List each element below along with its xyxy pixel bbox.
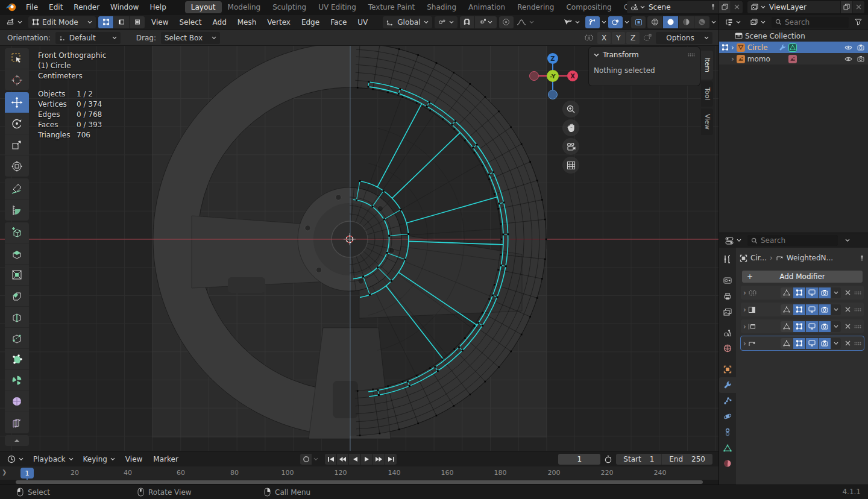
disable-render-icon[interactable] [857,44,864,51]
menu-add[interactable]: Add [209,18,231,27]
navigation-gizmo[interactable]: Z X -Y [529,52,579,102]
show-in-render-toggle[interactable] [819,321,831,332]
delete-modifier-button[interactable] [843,307,852,312]
blender-logo-icon[interactable] [5,2,18,13]
panel-grip-icon[interactable] [688,53,695,57]
outliner-filter-button[interactable] [851,16,866,28]
add-modifier-button[interactable]: + Add Modifier [742,271,863,283]
menu-render[interactable]: Render [68,3,105,11]
new-viewlayer-button[interactable] [840,1,852,13]
modifier-row-weighted-normal[interactable]: › [741,336,864,350]
menu-mesh[interactable]: Mesh [233,18,261,27]
rotate-tool[interactable] [5,113,29,134]
zoom-button[interactable] [562,101,579,118]
show-gizmo-dropdown[interactable] [559,16,583,28]
pin-icon[interactable] [859,255,865,262]
annotate-tool[interactable] [5,178,29,199]
menu-edit[interactable]: Edit [43,3,68,11]
modifier-row-mirror[interactable]: › [741,286,864,300]
show-in-viewport-toggle[interactable] [806,321,818,332]
expand-chevron-icon[interactable]: › [743,306,746,314]
drag-dropdown[interactable]: Select Box [161,32,220,44]
close-scene-button[interactable] [731,1,743,13]
delete-modifier-button[interactable] [843,290,852,295]
disable-render-icon[interactable] [857,55,864,62]
viewlayer-name[interactable]: ViewLayer [769,3,840,11]
properties-search-input[interactable]: Search [747,235,838,246]
knife-tool[interactable] [5,328,29,349]
show-in-viewport-toggle[interactable] [806,304,818,315]
outliner-row-momo[interactable]: › momo [719,53,868,64]
edge-select-mode-button[interactable] [114,16,129,28]
hide-eye-icon[interactable] [844,45,852,51]
next-keyframe-button[interactable] [373,454,385,465]
modifier-extras-dropdown[interactable] [831,304,841,315]
tab-tool[interactable]: Tool [701,81,713,107]
solid-shading-button[interactable] [663,16,678,28]
close-viewlayer-button[interactable] [852,1,864,13]
tab-viewlayer-properties[interactable] [719,304,736,319]
show-in-viewport-toggle[interactable] [806,338,818,349]
loop-cut-tool[interactable] [5,307,29,328]
tab-view[interactable]: View [701,108,713,135]
material-preview-button[interactable] [679,16,694,28]
tab-material-properties[interactable] [719,456,736,471]
modifier-row-solidify[interactable]: › [741,303,864,316]
transform-panel-title[interactable]: Transform [603,51,639,59]
cursor-tool[interactable] [5,69,29,90]
show-on-cage-toggle[interactable] [781,321,793,332]
timeline-view-menu[interactable]: View [121,455,146,463]
smooth-tool[interactable] [5,391,29,412]
show-in-viewport-toggle[interactable] [806,287,818,298]
proportional-falloff-dropdown[interactable] [514,16,529,28]
ruler-expand-icon[interactable]: ❯ [2,469,7,475]
properties-editor-type-button[interactable] [722,234,745,246]
timeline-scrollbar[interactable] [0,480,719,485]
menu-file[interactable]: File [20,3,43,11]
timeline-ruler[interactable]: 20 40 60 80 100 120 140 160 180 200 220 … [0,466,719,480]
menu-vertex[interactable]: Vertex [263,18,295,27]
expand-chevron-icon[interactable]: › [731,55,734,63]
show-in-editmode-toggle[interactable] [793,338,805,349]
modifier-row-array[interactable]: › [741,319,864,333]
expand-chevron-icon[interactable]: › [743,322,746,331]
vertex-select-mode-button[interactable] [98,16,113,28]
inset-faces-tool[interactable] [5,265,29,286]
transform-orientation-dropdown[interactable]: Global [383,16,432,28]
tab-output-properties[interactable] [719,288,736,304]
orthographic-toggle-button[interactable] [562,157,579,174]
auto-keying-dropdown-icon[interactable] [313,457,318,461]
auto-keying-button[interactable] [300,454,312,465]
keying-menu[interactable]: Keying [80,453,119,465]
viewport-3d[interactable] [0,46,719,451]
scene-collection-row[interactable]: Scene Collection [719,30,868,42]
playhead[interactable]: 1 [20,468,34,479]
snap-settings-dropdown[interactable] [475,16,497,28]
pivot-point-dropdown[interactable] [435,16,458,28]
xray-toggle-button[interactable] [631,16,646,28]
show-on-cage-toggle[interactable] [781,338,793,349]
drag-grip-icon[interactable] [854,291,861,295]
pin-icon[interactable] [710,4,716,10]
breadcrumb-object[interactable]: Cir... [750,254,767,262]
show-in-render-toggle[interactable] [819,304,831,315]
snap-toggle-button[interactable] [460,16,474,28]
end-frame-field[interactable]: End 250 [661,454,712,465]
proportional-size-icon[interactable] [643,34,652,42]
modifier-extras-dropdown[interactable] [831,338,841,349]
select-box-tool[interactable] [5,48,29,69]
proportional-editing-button[interactable] [499,16,514,28]
show-on-cage-toggle[interactable] [781,304,793,315]
tab-object-properties[interactable] [719,362,736,377]
tab-layout[interactable]: Layout [185,1,222,13]
scale-tool[interactable] [5,134,29,155]
spin-tool[interactable] [5,370,29,391]
object-name-circle[interactable]: Circle [747,43,768,52]
pan-button[interactable] [562,119,579,136]
menu-face[interactable]: Face [326,18,351,27]
object-name-momo[interactable]: momo [747,55,770,63]
hide-eye-icon[interactable] [844,56,852,62]
show-on-cage-toggle[interactable] [781,287,793,298]
drag-grip-icon[interactable] [854,342,861,345]
show-in-render-toggle[interactable] [819,287,831,298]
